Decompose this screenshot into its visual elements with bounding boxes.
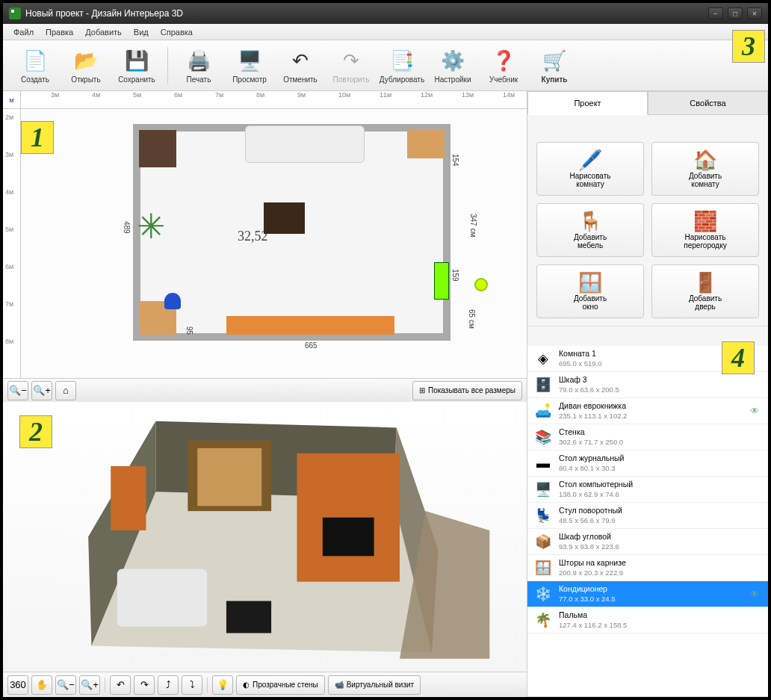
close-button[interactable]: × xyxy=(747,7,762,19)
toolbar-icon: 📄 xyxy=(22,47,49,74)
rotate-cw-button[interactable]: ↷ xyxy=(134,675,155,695)
transparent-walls-button[interactable]: ◐Прозрачные стены xyxy=(236,675,325,695)
toolbar-label: Купить xyxy=(542,75,568,84)
ruler-vertical: 2м3м4м5м6м7м8м xyxy=(3,109,21,378)
menu-help[interactable]: Справка xyxy=(155,25,199,39)
furn-wall-unit[interactable] xyxy=(226,316,394,335)
callout-2: 2 xyxy=(19,415,52,448)
ruler-horizontal: 3м4м5м6м7м8м9м10м11м12м13м14м xyxy=(21,91,527,109)
tilt-down-button[interactable]: ⤵ xyxy=(182,675,202,695)
toolbar-Дублировать[interactable]: 📑Дублировать xyxy=(377,46,427,85)
toolbar-label: Сохранить xyxy=(118,75,155,84)
virtual-visit-button[interactable]: 📹Виртуальный визит xyxy=(328,675,421,695)
show-all-dims-button[interactable]: ⊞Показывать все размеры xyxy=(412,381,522,400)
toolbar-Повторить[interactable]: ↷Повторить xyxy=(326,46,376,85)
object-dims: 80.4 x 80.1 x 30.3 xyxy=(559,464,744,473)
action-label: Нарисоватькомнату xyxy=(570,172,611,188)
zoom-in-button[interactable]: 🔍+ xyxy=(31,381,52,400)
toolbar-Печать[interactable]: 🖨️Печать xyxy=(174,46,223,85)
object-dims: 235.1 x 113.1 x 102.2 xyxy=(559,412,744,421)
furn-table[interactable] xyxy=(264,202,305,234)
action-label: Добавитьдверь xyxy=(689,294,722,311)
menu-file[interactable]: Файл xyxy=(7,25,40,39)
furn-wardrobe[interactable] xyxy=(139,130,176,167)
action-окно[interactable]: 🪟Добавитьокно xyxy=(536,264,644,318)
menubar: Файл Правка Добавить Вид Справка xyxy=(3,24,768,40)
zoom-in-3d-button[interactable]: 🔍+ xyxy=(79,675,100,695)
floorplan-canvas[interactable]: 582 32,52 ✳ 347 см 154 xyxy=(21,109,527,378)
toolbar-label: Повторить xyxy=(333,75,370,84)
toolbar-2d: 🔍− 🔍+ ⌂ ⊞Показывать все размеры xyxy=(3,378,527,402)
object-icon: 🗄️ xyxy=(533,375,553,394)
toolbar-icon: 📂 xyxy=(72,47,99,74)
object-icon: 🛋️ xyxy=(533,401,553,421)
home-button[interactable]: ⌂ xyxy=(55,381,76,400)
object-icon: 📦 xyxy=(533,532,553,551)
rotate-360-button[interactable]: 360 xyxy=(7,675,28,695)
object-icon: 📚 xyxy=(533,427,553,447)
light-button[interactable]: 💡 xyxy=(212,675,233,695)
object-dims: 695.0 x 519.0 xyxy=(559,359,744,368)
3d-viewport[interactable] xyxy=(3,402,527,672)
toolbar-Просмотр[interactable]: 🖥️Просмотр xyxy=(225,46,274,85)
object-dims: 48.5 x 56.6 x 79.9 xyxy=(559,516,744,525)
maximize-button[interactable]: □ xyxy=(728,7,743,19)
zoom-out-button[interactable]: 🔍− xyxy=(7,381,28,400)
svg-rect-8 xyxy=(117,569,207,626)
toolbar-Открыть[interactable]: 📂Открыть xyxy=(61,46,111,85)
zoom-out-3d-button[interactable]: 🔍− xyxy=(55,675,76,695)
object-list[interactable]: ◈Комната 1695.0 x 519.0🗄️Шкаф 379.0 x 63… xyxy=(527,346,768,696)
action-label: Нарисоватьперегородку xyxy=(684,233,726,250)
object-item[interactable]: 🌴Пальма127.4 x 116.2 x 158.5 xyxy=(527,607,768,634)
object-name: Пальма xyxy=(559,610,744,621)
object-item[interactable]: ❄️Кондиционер77.0 x 33.0 x 24.5👁 xyxy=(527,581,768,607)
tilt-up-button[interactable]: ⤴ xyxy=(158,675,179,695)
rotate-ccw-button[interactable]: ↶ xyxy=(110,675,131,695)
object-item[interactable]: 🗄️Шкаф 379.0 x 63.6 x 200.5 xyxy=(527,372,768,398)
object-item[interactable]: 🛋️Диван еврокнижка235.1 x 113.1 x 102.2👁 xyxy=(527,398,768,424)
object-item[interactable]: 🖥️Стол компьютерный138.0 x 62.9 x 74.6 xyxy=(527,477,768,503)
svg-rect-11 xyxy=(111,466,146,530)
toolbar-Настройки[interactable]: ⚙️Настройки xyxy=(428,46,477,85)
action-перегородку[interactable]: 🧱Нарисоватьперегородку xyxy=(651,203,759,257)
tab-properties[interactable]: Свойства xyxy=(648,91,768,115)
selection-handle[interactable] xyxy=(474,278,488,291)
menu-add[interactable]: Добавить xyxy=(79,25,128,39)
action-комнату[interactable]: 🏠Добавитькомнату xyxy=(651,142,759,196)
minimize-button[interactable]: − xyxy=(708,7,723,19)
object-item[interactable]: 💺Стул поворотный48.5 x 56.6 x 79.9 xyxy=(527,503,768,529)
titlebar: Новый проект - Дизайн Интерьера 3D − □ × xyxy=(3,3,768,24)
toolbar-Создать[interactable]: 📄Создать xyxy=(10,46,60,85)
object-item[interactable]: 🪟Шторы на карнизе200.9 x 20.3 x 222.9 xyxy=(527,555,768,581)
action-дверь[interactable]: 🚪Добавитьдверь xyxy=(651,264,759,318)
pan-button[interactable]: ✋ xyxy=(31,675,52,695)
furn-plant[interactable]: ✳ xyxy=(137,206,182,251)
tab-project[interactable]: Проект xyxy=(527,91,648,115)
visibility-icon[interactable]: 👁 xyxy=(750,406,762,416)
action-мебель[interactable]: 🪑Добавитьмебель xyxy=(536,203,644,257)
action-комнату[interactable]: 🖊️Нарисоватькомнату xyxy=(536,142,644,196)
toolbar-Отменить[interactable]: ↶Отменить xyxy=(276,46,325,85)
menu-edit[interactable]: Правка xyxy=(40,25,79,39)
svg-rect-7 xyxy=(323,518,374,557)
visibility-icon[interactable]: 👁 xyxy=(750,589,762,599)
furn-desk[interactable] xyxy=(407,130,445,158)
object-name: Шторы на карнизе xyxy=(559,558,744,569)
menu-view[interactable]: Вид xyxy=(128,25,155,39)
object-item[interactable]: 📦Шкаф угловой93.9 x 93.8 x 223.6 xyxy=(527,529,768,555)
toolbar-Учебник[interactable]: ❓Учебник xyxy=(479,46,528,85)
action-icon: 🪟 xyxy=(578,273,602,292)
toolbar-Купить[interactable]: 🛒Купить xyxy=(530,46,579,85)
toolbar-Сохранить[interactable]: 💾Сохранить xyxy=(112,46,161,85)
furn-sofa[interactable] xyxy=(245,126,365,163)
toolbar-icon: 📑 xyxy=(388,47,415,74)
object-dims: 302.6 x 71.7 x 250.0 xyxy=(559,438,744,447)
object-icon: ▬ xyxy=(533,453,553,473)
svg-rect-5 xyxy=(197,448,261,506)
object-item[interactable]: ▬Стол журнальный80.4 x 80.1 x 30.3 xyxy=(527,450,768,477)
object-item[interactable]: 📚Стенка302.6 x 71.7 x 250.0 xyxy=(527,424,768,450)
room-outline[interactable]: 582 32,52 ✳ 347 см 154 xyxy=(133,124,450,341)
dim-95: 95 xyxy=(185,326,193,335)
furn-ac[interactable] xyxy=(434,262,449,300)
furn-chair[interactable] xyxy=(164,293,181,309)
